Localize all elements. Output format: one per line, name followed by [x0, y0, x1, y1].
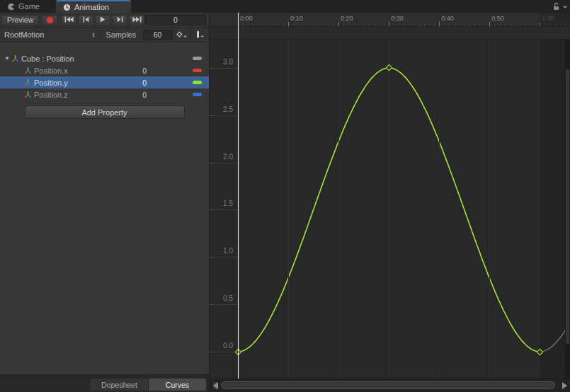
transform-icon: [24, 79, 32, 86]
playhead[interactable]: [238, 13, 239, 379]
value-label: 2.0: [210, 153, 233, 161]
value-tick: [210, 209, 212, 210]
value-tick: [210, 115, 212, 116]
play-button[interactable]: [95, 15, 110, 25]
popup-arrows-icon: ▲▼: [91, 32, 95, 38]
go-to-start-button[interactable]: [61, 15, 76, 25]
tab-game-label: Game: [18, 2, 40, 11]
value-label: 1.0: [210, 247, 233, 255]
event-strip[interactable]: [210, 27, 570, 40]
value-tick: [210, 163, 212, 163]
current-frame-field[interactable]: 0: [145, 15, 206, 25]
clock-icon: [63, 4, 71, 11]
time-label: 0:30: [391, 15, 404, 22]
prev-frame-icon: [83, 16, 89, 24]
major-tick: [288, 22, 289, 26]
previous-frame-button[interactable]: [78, 15, 93, 25]
major-tick: [389, 22, 389, 26]
time-label: 0:50: [491, 15, 504, 22]
timeline-ruler[interactable]: 0:000:100:200:300:400:501:00: [210, 13, 570, 27]
add-event-icon: [196, 30, 200, 40]
lock-icon[interactable]: [552, 2, 560, 12]
tab-curves[interactable]: Curves: [149, 379, 206, 391]
property-name: Position.x: [34, 67, 68, 75]
property-row-position-y[interactable]: Position.y 0: [0, 76, 209, 88]
curve-editor-panel: 0:000:100:200:300:400:501:00 3.02.52.01.…: [210, 13, 570, 392]
samples-field[interactable]: 60: [143, 30, 172, 40]
value-tick: [210, 352, 212, 352]
value-tick: [210, 257, 212, 258]
clip-toolbar: RootMotion ▲▼ Samples 60 + +: [0, 28, 209, 42]
gridline-horizontal: [210, 163, 238, 163]
curve-color-pill: [193, 93, 202, 96]
gridline-horizontal: [210, 115, 238, 116]
tab-animation[interactable]: Animation: [56, 0, 131, 13]
scroll-left-icon[interactable]: [213, 382, 218, 389]
gridline-horizontal: [210, 304, 238, 305]
window-tab-bar: Game Animation: [0, 0, 570, 13]
add-event-button[interactable]: +: [190, 28, 209, 42]
transport-toolbar: Preview: [0, 13, 209, 28]
play-icon: [100, 16, 106, 24]
major-tick: [489, 22, 490, 26]
horizontal-scrollbar-thumb[interactable]: [221, 381, 555, 389]
gridline-horizontal: [210, 209, 238, 210]
value-label: 0.0: [210, 342, 233, 350]
property-row-position-z[interactable]: Position.z 0: [0, 88, 209, 100]
time-label: 0:40: [441, 15, 454, 22]
property-name: Position.y: [34, 79, 68, 87]
scroll-right-icon[interactable]: [562, 382, 567, 389]
preview-button[interactable]: Preview: [1, 15, 39, 25]
curve-area[interactable]: 3.02.52.01.51.00.50.0: [210, 40, 570, 379]
window-menu-caret-icon[interactable]: [562, 3, 568, 11]
clip-popup-value: RootMotion: [4, 30, 44, 39]
skip-start-icon: [64, 16, 74, 24]
tab-game[interactable]: Game: [0, 0, 47, 13]
clip-popup[interactable]: RootMotion ▲▼: [0, 28, 100, 42]
value-label: 0.5: [210, 294, 233, 302]
record-icon: [47, 17, 53, 23]
transform-icon: [24, 67, 32, 74]
gridline-horizontal: [210, 68, 238, 69]
tab-dopesheet[interactable]: Dopesheet: [91, 379, 148, 391]
gridline-vertical: [288, 40, 289, 379]
major-tick: [439, 22, 440, 26]
property-name: Position.z: [34, 91, 68, 99]
curve-color-pill: [193, 81, 202, 84]
skip-end-icon: [132, 16, 142, 24]
value-tick: [210, 304, 212, 305]
next-frame-button[interactable]: [112, 15, 127, 25]
property-group-label: Cube : Position: [21, 54, 74, 63]
next-frame-icon: [117, 16, 123, 24]
time-label: 0:20: [341, 15, 353, 22]
mode-tab-strip: Dopesheet Curves: [0, 374, 209, 392]
game-view-icon: [7, 3, 15, 11]
samples-label: Samples: [106, 30, 136, 39]
go-to-end-button[interactable]: [129, 15, 144, 25]
gridline-horizontal: [210, 257, 238, 258]
gridline-vertical: [338, 40, 339, 379]
gridline-vertical: [439, 40, 440, 379]
animation-left-panel: Preview: [0, 13, 210, 392]
transform-icon: [24, 91, 32, 98]
curve-plot: [210, 40, 570, 379]
property-group-row[interactable]: ▼ Cube : Position: [0, 52, 209, 64]
time-label: 0:10: [290, 15, 303, 22]
value-label: 3.0: [210, 58, 233, 66]
group-curve-pill: [193, 57, 202, 60]
add-keyframe-button[interactable]: +: [172, 28, 190, 42]
property-value[interactable]: 0: [142, 79, 147, 87]
horizontal-scrollbar[interactable]: [210, 379, 570, 392]
property-value[interactable]: 0: [142, 91, 147, 99]
out-of-range-shade: [540, 13, 570, 26]
property-row-position-x[interactable]: Position.x 0: [0, 64, 209, 76]
property-value[interactable]: 0: [142, 67, 147, 75]
add-property-button[interactable]: Add Property: [25, 105, 185, 119]
gridline-vertical: [489, 40, 490, 379]
gridline-horizontal: [210, 352, 238, 352]
foldout-arrow-icon[interactable]: ▼: [3, 55, 11, 62]
record-button[interactable]: [42, 15, 57, 25]
value-label: 1.5: [210, 200, 233, 207]
out-of-range-shade: [540, 40, 570, 379]
tab-animation-label: Animation: [74, 3, 109, 11]
